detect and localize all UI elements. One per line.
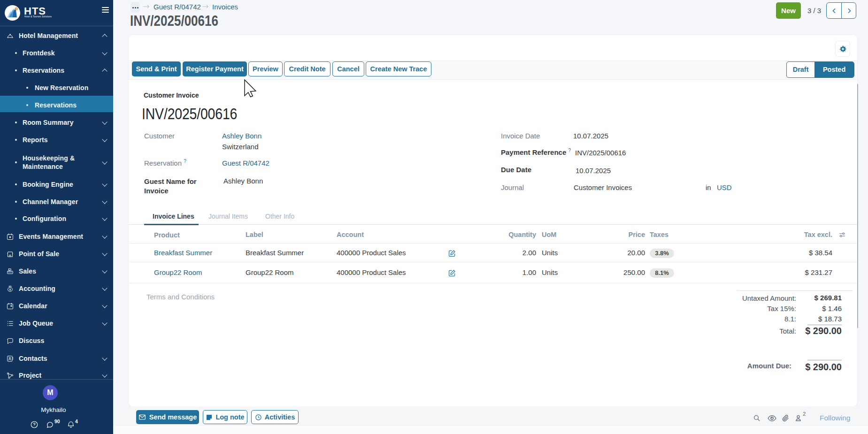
svg-text:$: $ (9, 288, 11, 291)
